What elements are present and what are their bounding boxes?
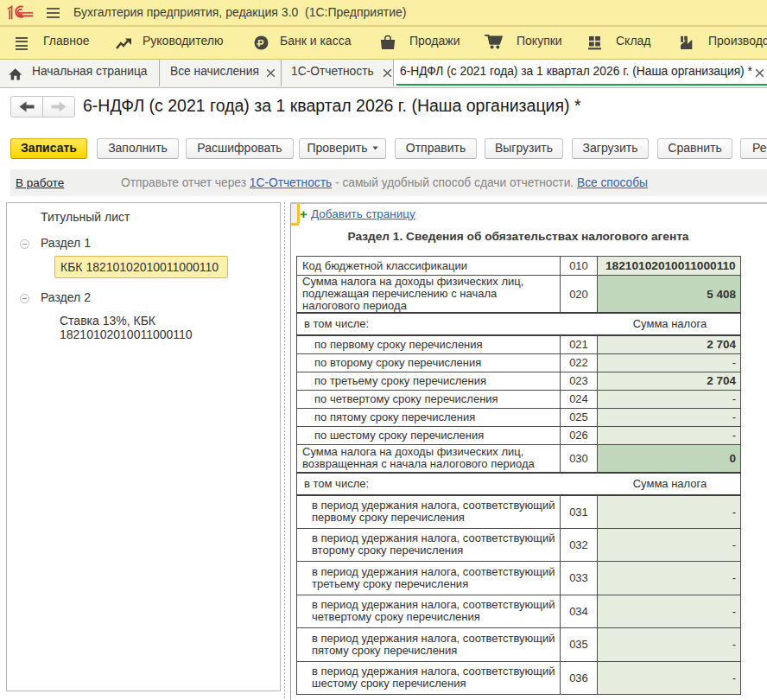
svg-text:Р: Р bbox=[257, 38, 263, 48]
